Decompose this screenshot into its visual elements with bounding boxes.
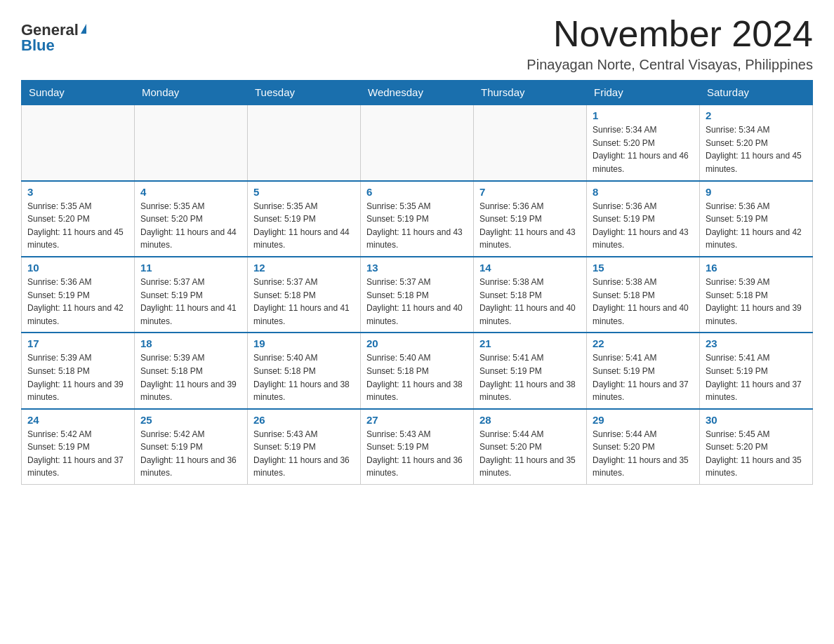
calendar-day: 19Sunrise: 5:40 AMSunset: 5:18 PMDayligh…: [248, 333, 361, 408]
day-header-friday: Friday: [587, 81, 700, 105]
day-info: Sunrise: 5:42 AMSunset: 5:19 PMDaylight:…: [27, 428, 128, 480]
day-info: Sunrise: 5:36 AMSunset: 5:19 PMDaylight:…: [27, 276, 128, 328]
calendar-day: 9Sunrise: 5:36 AMSunset: 5:19 PMDaylight…: [700, 181, 813, 257]
calendar-day: 21Sunrise: 5:41 AMSunset: 5:19 PMDayligh…: [474, 333, 587, 408]
calendar-day: 7Sunrise: 5:36 AMSunset: 5:19 PMDaylight…: [474, 181, 587, 257]
day-info: Sunrise: 5:41 AMSunset: 5:19 PMDaylight:…: [593, 351, 694, 403]
day-info: Sunrise: 5:45 AMSunset: 5:20 PMDaylight:…: [706, 428, 807, 480]
day-header-saturday: Saturday: [700, 81, 813, 105]
day-number: 30: [706, 414, 807, 426]
day-number: 12: [253, 262, 355, 274]
day-header-tuesday: Tuesday: [248, 81, 361, 105]
calendar-day: 25Sunrise: 5:42 AMSunset: 5:19 PMDayligh…: [135, 409, 248, 485]
day-header-wednesday: Wednesday: [361, 81, 474, 105]
day-info: Sunrise: 5:36 AMSunset: 5:19 PMDaylight:…: [479, 200, 581, 252]
calendar-day: 27Sunrise: 5:43 AMSunset: 5:19 PMDayligh…: [361, 409, 474, 485]
week-row-3: 10Sunrise: 5:36 AMSunset: 5:19 PMDayligh…: [22, 257, 813, 333]
calendar-day: 1Sunrise: 5:34 AMSunset: 5:20 PMDaylight…: [587, 105, 700, 180]
calendar-table: SundayMondayTuesdayWednesdayThursdayFrid…: [21, 80, 813, 485]
calendar-day: 18Sunrise: 5:39 AMSunset: 5:18 PMDayligh…: [135, 333, 248, 408]
day-number: 21: [479, 337, 581, 349]
calendar-day: 23Sunrise: 5:41 AMSunset: 5:19 PMDayligh…: [700, 333, 813, 408]
day-number: 18: [140, 337, 241, 349]
day-number: 17: [27, 337, 128, 349]
calendar-day: 15Sunrise: 5:38 AMSunset: 5:18 PMDayligh…: [587, 257, 700, 333]
calendar-day: 6Sunrise: 5:35 AMSunset: 5:19 PMDaylight…: [361, 181, 474, 257]
day-number: 3: [27, 186, 128, 198]
calendar-day: 5Sunrise: 5:35 AMSunset: 5:19 PMDaylight…: [248, 181, 361, 257]
day-number: 7: [479, 186, 581, 198]
location-title: Pinayagan Norte, Central Visayas, Philip…: [527, 57, 813, 73]
day-info: Sunrise: 5:43 AMSunset: 5:19 PMDaylight:…: [366, 428, 468, 480]
week-row-1: 1Sunrise: 5:34 AMSunset: 5:20 PMDaylight…: [22, 105, 813, 180]
logo-blue-text: Blue: [21, 36, 55, 55]
calendar-day: 30Sunrise: 5:45 AMSunset: 5:20 PMDayligh…: [700, 409, 813, 485]
calendar-day: 4Sunrise: 5:35 AMSunset: 5:20 PMDaylight…: [135, 181, 248, 257]
day-info: Sunrise: 5:38 AMSunset: 5:18 PMDaylight:…: [479, 276, 581, 328]
day-info: Sunrise: 5:37 AMSunset: 5:18 PMDaylight:…: [253, 276, 355, 328]
calendar-day: 13Sunrise: 5:37 AMSunset: 5:18 PMDayligh…: [361, 257, 474, 333]
day-number: 6: [366, 186, 468, 198]
day-info: Sunrise: 5:36 AMSunset: 5:19 PMDaylight:…: [593, 200, 694, 252]
day-number: 11: [140, 262, 241, 274]
day-number: 19: [253, 337, 355, 349]
logo-triangle-icon: [81, 24, 86, 34]
calendar-day: 2Sunrise: 5:34 AMSunset: 5:20 PMDaylight…: [700, 105, 813, 180]
day-info: Sunrise: 5:36 AMSunset: 5:19 PMDaylight:…: [706, 200, 807, 252]
day-info: Sunrise: 5:35 AMSunset: 5:20 PMDaylight:…: [27, 200, 128, 252]
day-header-monday: Monday: [135, 81, 248, 105]
day-info: Sunrise: 5:41 AMSunset: 5:19 PMDaylight:…: [479, 351, 581, 403]
day-info: Sunrise: 5:34 AMSunset: 5:20 PMDaylight:…: [706, 123, 807, 175]
day-info: Sunrise: 5:44 AMSunset: 5:20 PMDaylight:…: [479, 428, 581, 480]
day-header-sunday: Sunday: [22, 81, 135, 105]
day-info: Sunrise: 5:39 AMSunset: 5:18 PMDaylight:…: [140, 351, 241, 403]
day-number: 8: [593, 186, 694, 198]
day-number: 29: [593, 414, 694, 426]
day-number: 15: [593, 262, 694, 274]
day-info: Sunrise: 5:34 AMSunset: 5:20 PMDaylight:…: [593, 123, 694, 175]
calendar-day: 26Sunrise: 5:43 AMSunset: 5:19 PMDayligh…: [248, 409, 361, 485]
day-info: Sunrise: 5:42 AMSunset: 5:19 PMDaylight:…: [140, 428, 241, 480]
calendar-day: 14Sunrise: 5:38 AMSunset: 5:18 PMDayligh…: [474, 257, 587, 333]
day-number: 4: [140, 186, 241, 198]
day-info: Sunrise: 5:39 AMSunset: 5:18 PMDaylight:…: [27, 351, 128, 403]
day-number: 22: [593, 337, 694, 349]
calendar-day: 10Sunrise: 5:36 AMSunset: 5:19 PMDayligh…: [22, 257, 135, 333]
day-info: Sunrise: 5:35 AMSunset: 5:19 PMDaylight:…: [366, 200, 468, 252]
day-info: Sunrise: 5:41 AMSunset: 5:19 PMDaylight:…: [706, 351, 807, 403]
calendar-day: 20Sunrise: 5:40 AMSunset: 5:18 PMDayligh…: [361, 333, 474, 408]
day-number: 2: [706, 109, 807, 121]
calendar-day: [135, 105, 248, 180]
logo: General Blue: [21, 21, 86, 55]
calendar-day: 24Sunrise: 5:42 AMSunset: 5:19 PMDayligh…: [22, 409, 135, 485]
day-info: Sunrise: 5:37 AMSunset: 5:19 PMDaylight:…: [140, 276, 241, 328]
calendar-day: 22Sunrise: 5:41 AMSunset: 5:19 PMDayligh…: [587, 333, 700, 408]
calendar-day: 29Sunrise: 5:44 AMSunset: 5:20 PMDayligh…: [587, 409, 700, 485]
calendar-day: [474, 105, 587, 180]
day-number: 24: [27, 414, 128, 426]
day-header-thursday: Thursday: [474, 81, 587, 105]
day-number: 5: [253, 186, 355, 198]
day-info: Sunrise: 5:44 AMSunset: 5:20 PMDaylight:…: [593, 428, 694, 480]
calendar-day: [22, 105, 135, 180]
day-info: Sunrise: 5:37 AMSunset: 5:18 PMDaylight:…: [366, 276, 468, 328]
day-number: 27: [366, 414, 468, 426]
calendar-header-row: SundayMondayTuesdayWednesdayThursdayFrid…: [22, 81, 813, 105]
day-number: 10: [27, 262, 128, 274]
calendar-day: 8Sunrise: 5:36 AMSunset: 5:19 PMDaylight…: [587, 181, 700, 257]
day-info: Sunrise: 5:43 AMSunset: 5:19 PMDaylight:…: [253, 428, 355, 480]
day-number: 14: [479, 262, 581, 274]
calendar-day: 16Sunrise: 5:39 AMSunset: 5:18 PMDayligh…: [700, 257, 813, 333]
week-row-4: 17Sunrise: 5:39 AMSunset: 5:18 PMDayligh…: [22, 333, 813, 408]
day-info: Sunrise: 5:35 AMSunset: 5:20 PMDaylight:…: [140, 200, 241, 252]
day-number: 1: [593, 109, 694, 121]
day-info: Sunrise: 5:40 AMSunset: 5:18 PMDaylight:…: [253, 351, 355, 403]
header: General Blue November 2024 Pinayagan Nor…: [21, 14, 813, 73]
calendar-day: [361, 105, 474, 180]
month-title: November 2024: [527, 14, 813, 54]
day-number: 9: [706, 186, 807, 198]
day-number: 28: [479, 414, 581, 426]
calendar-day: [248, 105, 361, 180]
day-info: Sunrise: 5:35 AMSunset: 5:19 PMDaylight:…: [253, 200, 355, 252]
day-number: 25: [140, 414, 241, 426]
